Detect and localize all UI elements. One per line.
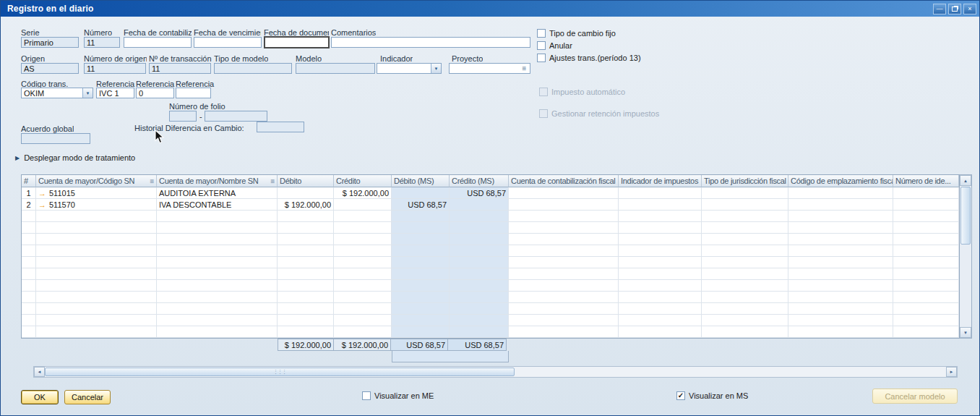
empty-cell[interactable] (392, 326, 450, 338)
codigo-trans-combo[interactable]: OKIM ▼ (21, 88, 93, 98)
empty-cell[interactable] (450, 326, 509, 338)
empty-cell[interactable] (157, 292, 278, 303)
cell-numero-ide[interactable] (893, 199, 959, 211)
empty-cell[interactable] (22, 245, 36, 257)
empty-cell[interactable] (157, 303, 278, 315)
cell-codigo[interactable]: → 511570 (36, 199, 157, 211)
dropdown-arrow-icon[interactable]: ▼ (82, 88, 93, 98)
expander-modo-tratamiento[interactable]: ▶ Desplegar modo de tratamiento (15, 153, 135, 162)
checkbox-visualizar-ms[interactable]: ✓ Visualizar en MS (676, 391, 748, 400)
numero-folio-field-1[interactable] (169, 111, 197, 122)
scroll-left-icon[interactable]: ◄ (34, 367, 45, 377)
empty-cell[interactable] (334, 303, 392, 315)
empty-cell[interactable] (788, 280, 893, 292)
vertical-scrollbar-thumb[interactable] (960, 187, 971, 245)
empty-cell[interactable] (450, 280, 509, 292)
empty-cell[interactable] (392, 222, 450, 234)
link-arrow-icon[interactable]: → (38, 189, 46, 198)
cell-nombre[interactable]: IVA DESCONTABLE (157, 199, 278, 211)
empty-cell[interactable] (702, 245, 788, 257)
empty-cell[interactable] (392, 257, 450, 268)
empty-cell[interactable] (893, 315, 959, 326)
empty-cell[interactable] (157, 245, 278, 257)
comentarios-field[interactable] (331, 37, 530, 48)
choose-from-list-icon[interactable]: ≡ (520, 64, 529, 72)
fecha-documento-field[interactable] (264, 36, 330, 48)
empty-cell[interactable] (36, 234, 157, 245)
empty-cell[interactable] (619, 268, 702, 280)
empty-cell[interactable] (36, 280, 157, 292)
empty-cell[interactable] (36, 303, 157, 315)
empty-cell[interactable] (702, 222, 788, 234)
origen-field[interactable]: AS (21, 63, 79, 74)
empty-cell[interactable] (157, 315, 278, 326)
col-header-cuenta-fiscal[interactable]: Cuenta de contabilización fiscal (509, 175, 619, 187)
empty-cell[interactable] (702, 326, 788, 338)
empty-cell[interactable] (392, 303, 450, 315)
cell-codigo-emplazamiento[interactable] (788, 187, 893, 199)
empty-cell[interactable] (702, 292, 788, 303)
empty-cell[interactable] (619, 326, 702, 338)
cancel-button[interactable]: Cancelar (64, 390, 111, 404)
empty-cell[interactable] (157, 222, 278, 234)
proyecto-field[interactable]: ≡ (449, 63, 530, 74)
empty-cell[interactable] (334, 211, 392, 222)
empty-cell[interactable] (788, 222, 893, 234)
table-empty-row[interactable] (22, 326, 959, 338)
empty-cell[interactable] (22, 268, 36, 280)
empty-cell[interactable] (788, 292, 893, 303)
cell-tipo-jurisdiccion[interactable] (702, 187, 788, 199)
vertical-scrollbar[interactable]: ▲ ▼ (960, 174, 972, 339)
indicador-combo[interactable]: ▼ (377, 63, 442, 74)
empty-cell[interactable] (619, 222, 702, 234)
empty-cell[interactable] (893, 292, 959, 303)
cell-tipo-jurisdiccion[interactable] (702, 199, 788, 211)
empty-cell[interactable] (278, 257, 334, 268)
cell-credito[interactable]: $ 192.000,00 (334, 187, 392, 199)
link-arrow-icon[interactable]: → (38, 200, 46, 209)
empty-cell[interactable] (788, 303, 893, 315)
empty-cell[interactable] (278, 280, 334, 292)
numero-folio-field-2[interactable] (205, 111, 267, 122)
cell-numero-ide[interactable] (893, 187, 959, 199)
col-header-tipo-jurisdiccion[interactable]: Tipo de jurisdicción fiscal (702, 175, 788, 187)
cell-cuenta-fiscal[interactable] (509, 199, 619, 211)
empty-cell[interactable] (619, 245, 702, 257)
empty-cell[interactable] (893, 268, 959, 280)
empty-cell[interactable] (392, 280, 450, 292)
empty-cell[interactable] (22, 303, 36, 315)
empty-cell[interactable] (334, 245, 392, 257)
empty-cell[interactable] (278, 234, 334, 245)
empty-cell[interactable] (278, 303, 334, 315)
empty-cell[interactable] (278, 315, 334, 326)
empty-cell[interactable] (788, 234, 893, 245)
numero-origen-field[interactable]: 11 (84, 63, 146, 74)
empty-cell[interactable] (450, 222, 509, 234)
empty-cell[interactable] (509, 211, 619, 222)
empty-cell[interactable] (788, 245, 893, 257)
empty-cell[interactable] (619, 292, 702, 303)
close-button[interactable]: × (963, 4, 976, 14)
empty-cell[interactable] (392, 292, 450, 303)
empty-cell[interactable] (450, 303, 509, 315)
cell-debito-ms[interactable] (392, 187, 450, 199)
empty-cell[interactable] (278, 268, 334, 280)
minimize-button[interactable]: — (933, 4, 946, 14)
col-header-credito-ms[interactable]: Crédito (MS) (450, 175, 509, 187)
empty-cell[interactable] (22, 326, 36, 338)
empty-cell[interactable] (22, 292, 36, 303)
empty-cell[interactable] (619, 303, 702, 315)
restore-button[interactable] (948, 4, 961, 14)
empty-cell[interactable] (509, 292, 619, 303)
fecha-contabilizacion-field[interactable] (124, 37, 192, 48)
empty-cell[interactable] (509, 280, 619, 292)
table-empty-row[interactable] (22, 211, 959, 222)
empty-cell[interactable] (334, 280, 392, 292)
empty-cell[interactable] (509, 315, 619, 326)
empty-cell[interactable] (392, 245, 450, 257)
scroll-down-icon[interactable]: ▼ (960, 327, 971, 338)
empty-cell[interactable] (702, 234, 788, 245)
empty-cell[interactable] (36, 245, 157, 257)
col-header-debito-ms[interactable]: Débito (MS) (392, 175, 450, 187)
empty-cell[interactable] (702, 315, 788, 326)
